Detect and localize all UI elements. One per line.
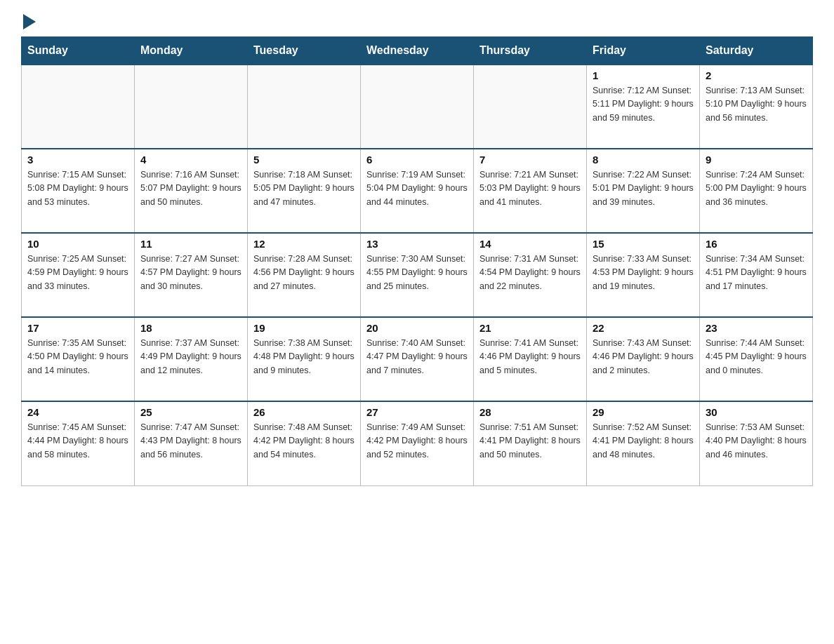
day-number: 3 (27, 154, 128, 166)
calendar-cell: 21Sunrise: 7:41 AM Sunset: 4:46 PM Dayli… (474, 317, 587, 401)
day-info: Sunrise: 7:33 AM Sunset: 4:53 PM Dayligh… (593, 253, 694, 293)
calendar-cell: 18Sunrise: 7:37 AM Sunset: 4:49 PM Dayli… (135, 317, 248, 401)
calendar-cell: 23Sunrise: 7:44 AM Sunset: 4:45 PM Dayli… (700, 317, 813, 401)
calendar-cell: 19Sunrise: 7:38 AM Sunset: 4:48 PM Dayli… (248, 317, 361, 401)
calendar-cell: 16Sunrise: 7:34 AM Sunset: 4:51 PM Dayli… (700, 233, 813, 317)
logo (21, 14, 36, 25)
calendar-cell: 29Sunrise: 7:52 AM Sunset: 4:41 PM Dayli… (587, 401, 700, 485)
calendar-cell: 9Sunrise: 7:24 AM Sunset: 5:00 PM Daylig… (700, 149, 813, 233)
calendar-cell: 11Sunrise: 7:27 AM Sunset: 4:57 PM Dayli… (135, 233, 248, 317)
calendar-cell: 30Sunrise: 7:53 AM Sunset: 4:40 PM Dayli… (700, 401, 813, 485)
weekday-header-sunday: Sunday (22, 37, 135, 65)
day-info: Sunrise: 7:21 AM Sunset: 5:03 PM Dayligh… (479, 168, 581, 209)
calendar-cell (474, 65, 587, 149)
weekday-header-row: SundayMondayTuesdayWednesdayThursdayFrid… (22, 37, 813, 65)
day-info: Sunrise: 7:16 AM Sunset: 5:07 PM Dayligh… (140, 168, 241, 209)
day-info: Sunrise: 7:48 AM Sunset: 4:42 PM Dayligh… (253, 421, 355, 462)
day-number: 12 (253, 238, 355, 250)
day-number: 28 (479, 406, 581, 418)
day-info: Sunrise: 7:53 AM Sunset: 4:40 PM Dayligh… (706, 421, 807, 462)
day-info: Sunrise: 7:37 AM Sunset: 4:49 PM Dayligh… (140, 337, 241, 377)
day-info: Sunrise: 7:51 AM Sunset: 4:41 PM Dayligh… (479, 421, 581, 462)
calendar-cell: 20Sunrise: 7:40 AM Sunset: 4:47 PM Dayli… (361, 317, 474, 401)
day-info: Sunrise: 7:45 AM Sunset: 4:44 PM Dayligh… (27, 421, 128, 462)
day-number: 27 (366, 406, 468, 418)
day-number: 1 (593, 69, 694, 81)
calendar-cell (361, 65, 474, 149)
calendar-cell: 2Sunrise: 7:13 AM Sunset: 5:10 PM Daylig… (700, 65, 813, 149)
calendar-cell (22, 65, 135, 149)
day-number: 11 (140, 238, 241, 250)
weekday-header-thursday: Thursday (474, 37, 587, 65)
day-number: 26 (253, 406, 355, 418)
calendar-cell: 26Sunrise: 7:48 AM Sunset: 4:42 PM Dayli… (248, 401, 361, 485)
calendar-cell: 28Sunrise: 7:51 AM Sunset: 4:41 PM Dayli… (474, 401, 587, 485)
calendar-cell: 3Sunrise: 7:15 AM Sunset: 5:08 PM Daylig… (22, 149, 135, 233)
week-row-2: 3Sunrise: 7:15 AM Sunset: 5:08 PM Daylig… (22, 149, 813, 233)
calendar-cell: 6Sunrise: 7:19 AM Sunset: 5:04 PM Daylig… (361, 149, 474, 233)
calendar-cell: 10Sunrise: 7:25 AM Sunset: 4:59 PM Dayli… (22, 233, 135, 317)
day-number: 16 (706, 238, 807, 250)
day-number: 7 (479, 154, 581, 166)
calendar-cell: 14Sunrise: 7:31 AM Sunset: 4:54 PM Dayli… (474, 233, 587, 317)
day-number: 14 (479, 238, 581, 250)
calendar-cell: 24Sunrise: 7:45 AM Sunset: 4:44 PM Dayli… (22, 401, 135, 485)
day-number: 20 (366, 322, 468, 334)
day-info: Sunrise: 7:18 AM Sunset: 5:05 PM Dayligh… (253, 168, 355, 209)
day-info: Sunrise: 7:38 AM Sunset: 4:48 PM Dayligh… (253, 337, 355, 377)
day-info: Sunrise: 7:40 AM Sunset: 4:47 PM Dayligh… (366, 337, 468, 377)
weekday-header-friday: Friday (587, 37, 700, 65)
day-info: Sunrise: 7:34 AM Sunset: 4:51 PM Dayligh… (706, 253, 807, 293)
day-number: 23 (706, 322, 807, 334)
day-number: 13 (366, 238, 468, 250)
calendar-cell (248, 65, 361, 149)
day-info: Sunrise: 7:25 AM Sunset: 4:59 PM Dayligh… (27, 253, 128, 293)
day-info: Sunrise: 7:27 AM Sunset: 4:57 PM Dayligh… (140, 253, 241, 293)
day-number: 25 (140, 406, 241, 418)
calendar-cell: 27Sunrise: 7:49 AM Sunset: 4:42 PM Dayli… (361, 401, 474, 485)
calendar-cell: 7Sunrise: 7:21 AM Sunset: 5:03 PM Daylig… (474, 149, 587, 233)
day-info: Sunrise: 7:31 AM Sunset: 4:54 PM Dayligh… (479, 253, 581, 293)
day-number: 2 (706, 69, 807, 81)
calendar-cell: 4Sunrise: 7:16 AM Sunset: 5:07 PM Daylig… (135, 149, 248, 233)
weekday-header-monday: Monday (135, 37, 248, 65)
day-number: 29 (593, 406, 694, 418)
day-info: Sunrise: 7:12 AM Sunset: 5:11 PM Dayligh… (593, 84, 694, 125)
day-info: Sunrise: 7:24 AM Sunset: 5:00 PM Dayligh… (706, 168, 807, 209)
day-number: 22 (593, 322, 694, 334)
calendar-cell: 25Sunrise: 7:47 AM Sunset: 4:43 PM Dayli… (135, 401, 248, 485)
day-info: Sunrise: 7:22 AM Sunset: 5:01 PM Dayligh… (593, 168, 694, 209)
logo-arrow-icon (23, 14, 36, 29)
calendar-cell: 1Sunrise: 7:12 AM Sunset: 5:11 PM Daylig… (587, 65, 700, 149)
day-number: 18 (140, 322, 241, 334)
day-number: 5 (253, 154, 355, 166)
day-number: 24 (27, 406, 128, 418)
day-number: 4 (140, 154, 241, 166)
day-number: 8 (593, 154, 694, 166)
week-row-1: 1Sunrise: 7:12 AM Sunset: 5:11 PM Daylig… (22, 65, 813, 149)
day-number: 19 (253, 322, 355, 334)
weekday-header-saturday: Saturday (700, 37, 813, 65)
day-number: 10 (27, 238, 128, 250)
day-number: 21 (479, 322, 581, 334)
calendar-cell: 13Sunrise: 7:30 AM Sunset: 4:55 PM Dayli… (361, 233, 474, 317)
day-info: Sunrise: 7:44 AM Sunset: 4:45 PM Dayligh… (706, 337, 807, 377)
day-info: Sunrise: 7:52 AM Sunset: 4:41 PM Dayligh… (593, 421, 694, 462)
calendar-cell: 8Sunrise: 7:22 AM Sunset: 5:01 PM Daylig… (587, 149, 700, 233)
day-number: 17 (27, 322, 128, 334)
day-info: Sunrise: 7:47 AM Sunset: 4:43 PM Dayligh… (140, 421, 241, 462)
page-header (21, 14, 813, 25)
day-number: 30 (706, 406, 807, 418)
day-info: Sunrise: 7:49 AM Sunset: 4:42 PM Dayligh… (366, 421, 468, 462)
weekday-header-wednesday: Wednesday (361, 37, 474, 65)
week-row-5: 24Sunrise: 7:45 AM Sunset: 4:44 PM Dayli… (22, 401, 813, 485)
calendar-cell: 12Sunrise: 7:28 AM Sunset: 4:56 PM Dayli… (248, 233, 361, 317)
day-number: 9 (706, 154, 807, 166)
week-row-3: 10Sunrise: 7:25 AM Sunset: 4:59 PM Dayli… (22, 233, 813, 317)
day-info: Sunrise: 7:30 AM Sunset: 4:55 PM Dayligh… (366, 253, 468, 293)
week-row-4: 17Sunrise: 7:35 AM Sunset: 4:50 PM Dayli… (22, 317, 813, 401)
day-info: Sunrise: 7:35 AM Sunset: 4:50 PM Dayligh… (27, 337, 128, 377)
calendar-table: SundayMondayTuesdayWednesdayThursdayFrid… (21, 36, 813, 486)
day-info: Sunrise: 7:41 AM Sunset: 4:46 PM Dayligh… (479, 337, 581, 377)
calendar-cell: 17Sunrise: 7:35 AM Sunset: 4:50 PM Dayli… (22, 317, 135, 401)
